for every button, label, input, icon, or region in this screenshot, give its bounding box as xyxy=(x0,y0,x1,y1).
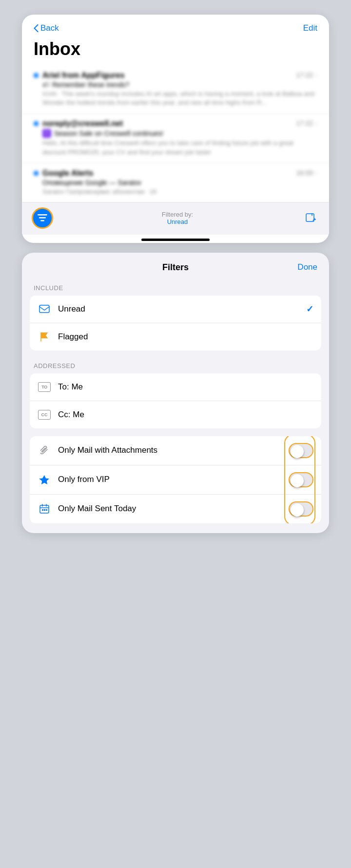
email-preview: #144 · This week's roundup includes AI a… xyxy=(42,90,317,107)
svg-rect-2 xyxy=(40,220,44,222)
filter-button[interactable] xyxy=(32,207,53,229)
email-time: 17:22 xyxy=(296,119,313,127)
filter-unread-label: Unread xyxy=(58,304,299,314)
filter-row-to-me[interactable]: TO To: Me xyxy=(30,373,321,401)
chevron-right-icon: › xyxy=(315,71,317,79)
filter-row-cc-me[interactable]: CC Cc: Me xyxy=(30,401,321,428)
to-box-icon: TO xyxy=(38,380,51,394)
inbox-title: Inbox xyxy=(22,37,329,65)
filter-today-label: Only Mail Sent Today xyxy=(58,504,282,514)
email-item[interactable]: noreply@creswell.net 17:22 › C Season Sa… xyxy=(22,113,329,163)
paperclip-icon xyxy=(38,443,51,457)
star-icon xyxy=(38,473,51,486)
svg-rect-4 xyxy=(39,305,49,313)
filter-row-attachments[interactable]: Only Mail with Attachments xyxy=(30,436,321,465)
toggle-knob xyxy=(291,445,304,458)
email-subject: Оповещение Google — Saratov xyxy=(42,179,317,186)
toggle-knob xyxy=(291,474,304,487)
toggle-filter-group: Only Mail with Attachments Only from VIP xyxy=(30,436,321,523)
filtered-by-value: Unread xyxy=(53,218,302,225)
toggle-knob xyxy=(291,503,304,517)
include-section-label: INCLUDE xyxy=(22,284,329,295)
email-list: Ariel from AppFigures 17:22 › 🏷 Remember… xyxy=(22,65,329,202)
email-item[interactable]: Ariel from AppFigures 17:22 › 🏷 Remember… xyxy=(22,65,329,113)
email-subject: C Season Sale on Creswell continues! xyxy=(42,129,317,138)
unread-dot xyxy=(34,73,39,78)
filter-row-flagged[interactable]: Flagged xyxy=(30,323,321,351)
inbox-nav: Back Edit xyxy=(22,15,329,37)
email-sender: noreply@creswell.net xyxy=(42,119,123,128)
unread-dot xyxy=(34,171,39,176)
filters-done-button[interactable]: Done xyxy=(297,262,317,272)
addressed-section-label: ADDRESSED xyxy=(22,362,329,373)
filters-title: Filters xyxy=(162,262,189,273)
filter-cc-me-label: Cc: Me xyxy=(58,410,313,420)
filters-header: Filters Done xyxy=(22,253,329,280)
email-item[interactable]: Google Alerts 16:00 › Оповещение Google … xyxy=(22,163,329,202)
svg-rect-6 xyxy=(42,509,43,511)
calendar-icon xyxy=(38,502,51,516)
vip-toggle[interactable] xyxy=(289,472,313,487)
filter-attachments-label: Only Mail with Attachments xyxy=(58,445,282,455)
filter-vip-label: Only from VIP xyxy=(58,475,282,484)
cc-box-icon: CC xyxy=(38,408,51,422)
include-filter-group: Unread ✓ Flagged xyxy=(30,295,321,351)
compose-button[interactable] xyxy=(302,209,319,227)
inbox-bottom-bar: Filtered by: Unread xyxy=(22,202,329,235)
home-indicator xyxy=(141,239,210,241)
svg-rect-1 xyxy=(39,217,46,219)
svg-rect-7 xyxy=(44,509,45,511)
filter-to-me-label: To: Me xyxy=(58,382,313,392)
chevron-right-icon: › xyxy=(315,169,317,177)
email-subject: 🏷 Remember these trends? xyxy=(42,81,317,89)
flag-icon xyxy=(38,330,51,344)
back-button[interactable]: Back xyxy=(34,23,59,33)
filter-row-today[interactable]: Only Mail Sent Today xyxy=(30,495,321,523)
filter-flagged-label: Flagged xyxy=(58,332,313,342)
email-preview: Hello, At this difficult time Creswell o… xyxy=(42,139,317,156)
chevron-right-icon: › xyxy=(315,119,317,127)
envelope-icon xyxy=(38,302,51,316)
svg-rect-8 xyxy=(46,509,47,511)
back-label: Back xyxy=(40,23,59,33)
inbox-card: Back Edit Inbox Ariel from AppFigures 17… xyxy=(22,15,329,243)
attachments-toggle[interactable] xyxy=(289,443,313,458)
subject-app-icon: C xyxy=(42,129,51,138)
addressed-filter-group: TO To: Me CC Cc: Me xyxy=(30,373,321,428)
filters-card: Filters Done INCLUDE Unread ✓ xyxy=(22,253,329,533)
edit-button[interactable]: Edit xyxy=(303,23,317,33)
unread-dot xyxy=(34,121,39,126)
filter-row-vip[interactable]: Only from VIP xyxy=(30,465,321,495)
today-toggle[interactable] xyxy=(289,501,313,517)
email-sender: Google Alerts xyxy=(42,169,93,178)
checkmark-icon: ✓ xyxy=(306,304,313,314)
filter-row-unread[interactable]: Unread ✓ xyxy=(30,295,321,323)
email-time: 17:22 xyxy=(296,71,313,79)
filtered-by-label: Filtered by: xyxy=(53,211,302,218)
email-preview: Saratov Газпромсервис абонентам · 16 xyxy=(42,187,317,196)
email-time: 16:00 xyxy=(296,169,313,177)
svg-rect-0 xyxy=(38,214,47,216)
email-sender: Ariel from AppFigures xyxy=(42,71,124,80)
filtered-by-section: Filtered by: Unread xyxy=(53,211,302,225)
